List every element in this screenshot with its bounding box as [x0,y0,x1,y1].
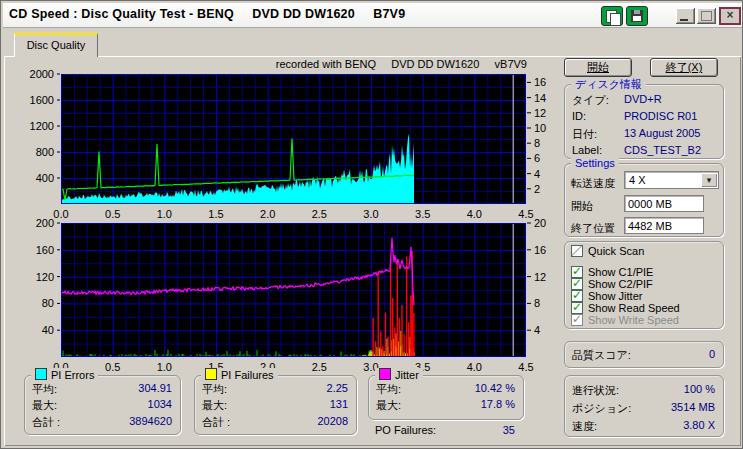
svg-text:160: 160 [36,244,54,256]
start-position-field[interactable] [624,195,704,212]
checkbox-label: Show Write Speed [588,314,679,326]
progress-value: 100 % [684,383,715,395]
close-icon: × [726,8,733,22]
max-value: 131 [330,398,348,410]
position-label: ポジション: [572,401,631,416]
pi-errors-group-title: PI Errors [31,368,98,382]
po-failures-row: PO Failures: 35 [375,424,515,438]
jitter-swatch [379,368,391,380]
avg-label: 平均: [202,382,227,397]
svg-text:4.5: 4.5 [518,361,533,371]
svg-text:80: 80 [42,297,54,309]
checkbox-label: Show Read Speed [588,302,680,314]
disc-date-value: 13 August 2005 [624,127,700,139]
maximize-button[interactable] [697,8,716,24]
minimize-icon [680,19,688,21]
save-icon[interactable] [626,6,648,26]
max-value: 17.8 % [481,398,515,410]
total-value: 20208 [317,415,348,427]
end-position-field[interactable] [624,217,704,234]
end-position-label: 終了位置 [571,221,615,236]
pi-errors-swatch [35,368,47,380]
checkbox-label: Show C1/PIE [588,266,653,278]
svg-text:12: 12 [534,107,546,119]
speed-select[interactable]: 4 X ▾ [624,171,719,189]
speed-label: 転送速度 [571,176,615,191]
checkbox-label: Show Jitter [588,290,642,302]
svg-text:0.5: 0.5 [105,361,120,371]
tab-disc-quality[interactable]: Disc Quality [14,33,98,57]
options-group: ✓Quick Scan ✓Show C1/PIE ✓Show C2/PIF ✓S… [564,241,724,329]
chevron-down-icon[interactable]: ▾ [701,173,717,187]
svg-text:1600: 1600 [30,94,54,106]
maximize-icon [701,11,712,21]
total-label: 合計 : [202,415,230,430]
disc-date-label: 日付: [572,127,597,142]
pie-speed-svg: 4008001200160020002468101214160.00.51.01… [21,69,556,221]
svg-text:1.0: 1.0 [157,361,172,371]
max-value: 1034 [148,398,172,410]
avg-label: 平均: [376,382,401,397]
svg-text:10: 10 [534,122,546,134]
start-position-label: 開始 [571,199,593,214]
speed-readout-label: 速度: [572,419,597,434]
disc-type-value: DVD+R [624,93,662,105]
svg-text:40: 40 [42,324,54,336]
floppy-disk-icon [631,10,643,22]
svg-text:1200: 1200 [30,120,54,132]
po-failures-value: 35 [503,424,515,436]
minimize-button[interactable] [676,8,695,24]
pi-failures-jitter-chart: 4080120160200481216200.00.51.01.52.02.53… [21,218,556,375]
disc-id-value: PRODISC R01 [624,110,697,122]
svg-text:16: 16 [534,76,546,88]
max-label: 最大: [376,398,401,413]
window-title: CD Speed : Disc Quality Test - BENQ DVD … [9,7,405,21]
pi-errors-chart: 4008001200160020002468101214160.00.51.01… [21,69,556,225]
progress-label: 進行状況: [572,383,619,398]
checkbox-box: ✓ [571,314,583,326]
title-bar: CD Speed : Disc Quality Test - BENQ DVD … [3,3,742,28]
settings-title: Settings [571,156,619,170]
po-failures-label: PO Failures: [375,424,436,436]
svg-text:4: 4 [534,324,540,336]
svg-text:2: 2 [534,183,540,195]
svg-text:14: 14 [534,92,546,104]
disc-label-value: CDS_TEST_B2 [624,144,701,156]
total-value: 3894620 [129,415,172,427]
quality-score-value: 0 [709,348,715,360]
position-value: 3514 MB [671,401,715,413]
svg-text:4: 4 [534,168,540,180]
stop-button[interactable]: 終了(X) [650,58,718,77]
quality-score-label: 品質スコア: [572,348,631,363]
avg-label: 平均: [32,382,57,397]
disc-label-label: Label: [572,144,602,156]
close-button[interactable]: × [719,7,741,25]
total-label: 合計 : [32,415,60,430]
pi-errors-group: PI Errors 平均:304.91 最大:1034 合計 :3894620 [24,375,181,435]
svg-text:20: 20 [534,218,546,229]
svg-text:16: 16 [534,244,546,256]
max-label: 最大: [202,398,227,413]
pi-failures-group-title: PI Failures [201,368,278,382]
document-icon [610,13,621,26]
svg-text:8: 8 [534,297,540,309]
quality-score-group: 品質スコア:0 [564,341,724,368]
svg-text:8: 8 [534,137,540,149]
start-button[interactable]: 開始 [564,58,632,77]
svg-text:200: 200 [36,218,54,229]
checkbox-label: Show C2/PIF [588,278,653,290]
pi-failures-swatch [205,368,217,380]
disc-info-title: ディスク情報 [571,77,646,91]
checkbox-label: Quick Scan [588,245,644,257]
disc-info-group: ディスク情報 タイプ:DVD+R ID:PRODISC R01 日付:13 Au… [564,84,724,159]
avg-value: 10.42 % [475,382,515,394]
copy-to-clipboard-icon[interactable] [601,6,623,26]
svg-text:120: 120 [36,271,54,283]
speed-readout-value: 3.80 X [683,419,715,431]
svg-text:12: 12 [534,271,546,283]
avg-value: 2.25 [327,382,348,394]
checkbox-box[interactable]: ✓ [571,245,583,257]
disc-id-label: ID: [572,110,586,122]
app-window: CD Speed : Disc Quality Test - BENQ DVD … [0,0,743,449]
jitter-group-title: Jitter [375,368,423,382]
